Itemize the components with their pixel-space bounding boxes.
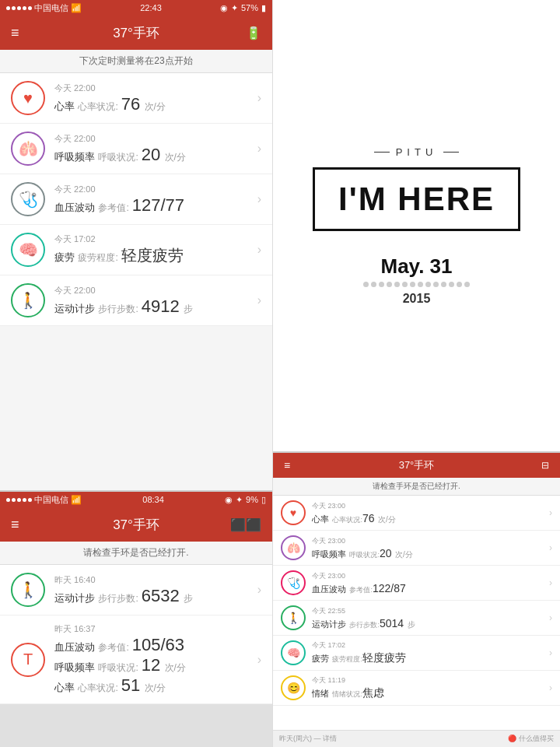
time-display: 22:43 (140, 3, 162, 12)
metric-time: 今天 23:00 (312, 571, 549, 581)
bluetooth-icon: ✦ (231, 3, 238, 13)
metric-value: 20 (380, 547, 392, 559)
app-header-top: ≡ 37°手环 🔋 (0, 16, 272, 50)
metric-content: 今天 11:19情绪 情绪状况:焦虑 (312, 675, 549, 700)
metric-item[interactable]: 🫁今天 22:00呼吸频率 呼吸状况:20 次/分› (0, 124, 272, 174)
metric-icon: 🧠 (281, 640, 306, 665)
metric-icon: 😊 (281, 675, 306, 700)
metric-icon: 🩺 (281, 570, 306, 595)
metric-content: 昨天 16:40运动计步 步行步数:6532 步 (54, 574, 251, 606)
metric-content: 今天 17:02疲劳 疲劳程度:轻度疲劳 (312, 640, 549, 665)
metric-content: 昨天 16:37血压波动 参考值:105/63呼吸频率 呼吸状况:12 次/分心… (54, 623, 251, 696)
pitu-year: 2015 (403, 292, 431, 306)
menu-button[interactable]: ≡ (11, 25, 19, 41)
metric-name: 疲劳 (54, 251, 75, 263)
metric-unit-2: 次/分 (142, 682, 166, 693)
metric-sublabel-3: 心率状况: (78, 682, 117, 693)
metric-sublabel: 步行步数: (98, 593, 138, 604)
metric-item[interactable]: 🚶昨天 16:40运动计步 步行步数:6532 步› (0, 565, 272, 615)
signal-dot (23, 6, 26, 10)
metric-name-row: 疲劳 疲劳程度:轻度疲劳 (54, 245, 251, 266)
signal-dots-2 (6, 498, 32, 502)
app-header-bottom: ≡ 37°手环 ⬛⬛ (0, 507, 272, 542)
metric-name: 疲劳 (312, 654, 329, 663)
metric-icon: 🚶 (281, 605, 306, 630)
metrics-list-top: ♥今天 22:00心率 心率状况:76 次/分›🫁今天 22:00呼吸频率 呼吸… (0, 73, 272, 490)
metric-value: 127/77 (132, 195, 184, 215)
metric-item[interactable]: 🚶今天 22:00运动计步 步行步数:4912 步› (0, 275, 272, 326)
im-here-box: I'M HERE (313, 167, 520, 231)
metric-item[interactable]: 🧠今天 17:02疲劳 疲劳程度:轻度疲劳 › (273, 636, 560, 671)
metric-item[interactable]: 😊今天 11:19情绪 情绪状况:焦虑 › (273, 671, 560, 706)
metric-value: 轻度疲劳 (362, 651, 406, 664)
metric-sublabel: 心率状况: (332, 516, 362, 524)
metric-time: 今天 22:00 (54, 285, 251, 296)
pitu-dot (387, 282, 392, 287)
metric-sublabel: 步行步数: (98, 303, 138, 314)
pitu-date: May. 31 (380, 254, 452, 279)
metric-unit: 次/分 (162, 662, 186, 673)
metrics-list-right: ♥今天 23:00心率 心率状况:76 次/分›🫁今天 23:00呼吸频率 呼吸… (273, 496, 560, 730)
metric-name: 呼吸频率 (54, 151, 95, 163)
chevron-right-icon: › (257, 583, 261, 597)
pitu-dot (363, 282, 369, 287)
metric-item[interactable]: 🫁今天 23:00呼吸频率 呼吸状况:20 次/分› (273, 531, 560, 566)
chevron-right-icon: › (549, 647, 552, 658)
signal-icon: ◉ (220, 3, 228, 13)
metric-sublabel: 呼吸状况: (98, 152, 138, 163)
metric-icon: ♥ (11, 81, 45, 115)
metrics-list-bottom: 🚶昨天 16:40运动计步 步行步数:6532 步›T昨天 16:37血压波动 … (0, 565, 272, 704)
metric-icon: ♥ (281, 500, 306, 525)
pitu-dot (410, 282, 415, 287)
signal-dot (12, 6, 16, 10)
metric-value: 76 (121, 94, 140, 114)
metric-item[interactable]: ♥今天 23:00心率 心率状况:76 次/分› (273, 496, 560, 531)
menu-button-2[interactable]: ≡ (11, 517, 19, 533)
metric-name-row-2: 呼吸频率 呼吸状况:12 次/分 (54, 655, 251, 675)
metric-time: 今天 17:02 (312, 640, 549, 651)
metric-value: 焦虑 (362, 686, 384, 699)
metric-sublabel: 参考值: (98, 642, 128, 653)
metric-name: 情绪 (312, 689, 329, 698)
metric-sublabel: 参考值: (349, 586, 373, 594)
battery-label: 57% (241, 3, 258, 12)
pitu-dot (402, 282, 408, 287)
status-bar-left-2: 中国电信 📶 (6, 494, 82, 506)
left-bottom-phone: 中国电信 📶 08:34 ◉ ✦ 9% ▯ ≡ 37°手环 ⬛⬛ 请检查手环是否… (0, 490, 272, 747)
metric-item[interactable]: 🩺今天 23:00血压波动 参考值:122/87 › (273, 566, 560, 601)
metric-sublabel: 参考值: (98, 202, 128, 213)
signal-dot (28, 6, 32, 10)
watermark-label: 🔴 什么值得买 (508, 734, 554, 744)
metric-name-row: 血压波动 参考值:122/87 (312, 581, 549, 595)
metric-icon: 🩺 (11, 182, 45, 216)
chevron-right-icon: › (257, 293, 261, 307)
bluetooth-icon-2: ✦ (236, 495, 243, 505)
signal-dot (6, 6, 10, 10)
app-title-top: 37°手环 (113, 24, 159, 42)
metric-sublabel: 呼吸状况: (349, 551, 380, 559)
metric-unit: 次/分 (162, 152, 186, 163)
metric-name: 运动计步 (54, 592, 95, 604)
menu-button-3[interactable]: ≡ (284, 459, 290, 472)
metric-item[interactable]: 🧠今天 17:02疲劳 疲劳程度:轻度疲劳› (0, 225, 272, 275)
chevron-right-icon: › (549, 612, 552, 623)
metric-time: 今天 11:19 (312, 675, 549, 686)
metric-item[interactable]: 🚶今天 22:55运动计步 步行步数:5014 步› (273, 601, 560, 636)
metric-item[interactable]: T昨天 16:37血压波动 参考值:105/63呼吸频率 呼吸状况:12 次/分… (0, 615, 272, 704)
pitu-text: PITU (396, 146, 438, 158)
metric-item[interactable]: 🩺今天 22:00血压波动 参考值:127/77› (0, 174, 272, 225)
banner-top: 下次定时测量将在23点开始 (0, 50, 272, 73)
pitu-dot (371, 282, 376, 287)
metric-time: 昨天 16:40 (54, 574, 251, 586)
metric-content: 今天 23:00血压波动 参考值:122/87 (312, 571, 549, 595)
right-panel: PITU I'M HERE May. 31 2015 ≡ 37°手环 ⊟ 请检查… (272, 0, 560, 747)
metric-name-3: 心率 (54, 682, 75, 693)
status-bar-top: 中国电信 📶 22:43 ◉ ✦ 57% ▮ (0, 0, 272, 16)
pitu-dot (433, 282, 439, 287)
pitu-section: PITU I'M HERE May. 31 2015 (273, 0, 560, 451)
pitu-dots (363, 282, 470, 287)
metric-item[interactable]: ♥今天 22:00心率 心率状况:76 次/分› (0, 73, 272, 124)
bottom-bar-right: 昨天(周六) — 详情 🔴 什么值得买 (273, 730, 560, 747)
metric-time: 今天 22:00 (54, 133, 251, 145)
metric-value-3: 51 (121, 675, 140, 695)
